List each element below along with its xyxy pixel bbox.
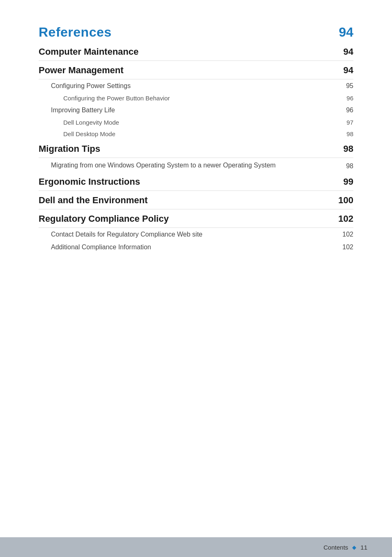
toc-entry-ergonomic-instructions: Ergonomic Instructions 99 [39, 172, 353, 191]
toc-label: Configuring Power Settings [51, 82, 131, 90]
toc-entry-dell-environment: Dell and the Environment 100 [39, 191, 353, 209]
toc-entry-configuring-power-settings: Configuring Power Settings 95 [39, 79, 353, 92]
toc-label: Migration Tips [39, 144, 100, 154]
footer-diamond: ◆ [352, 544, 356, 550]
section-title: References [39, 25, 112, 40]
toc-label: Dell Desktop Mode [63, 130, 115, 137]
toc-entry-configuring-power-button: Configuring the Power Button Behavior 96 [39, 92, 353, 104]
toc-label: Configuring the Power Button Behavior [63, 95, 170, 102]
toc-label: Dell Longevity Mode [63, 119, 119, 126]
toc-page: 102 [338, 214, 353, 224]
toc-page: 98 [344, 144, 353, 154]
toc-label: Dell and the Environment [39, 195, 148, 206]
toc-page: 94 [344, 65, 353, 76]
section-title-page: 94 [339, 25, 353, 40]
toc-page: 100 [338, 195, 353, 206]
toc-page: 97 [346, 119, 353, 126]
toc-label: Migrating from one Windows Operating Sys… [51, 161, 276, 170]
toc-page: 94 [344, 46, 353, 57]
toc-page: 98 [338, 162, 353, 170]
toc-page: 102 [342, 244, 353, 251]
toc-entry-power-management: Power Management 94 [39, 61, 353, 79]
toc-entry-improving-battery-life: Improving Battery Life 96 [39, 104, 353, 116]
toc-entry-dell-desktop-mode: Dell Desktop Mode 98 [39, 128, 353, 139]
section-header: References 94 [39, 25, 353, 40]
toc-entry-regulatory-compliance: Regulatory Compliance Policy 102 [39, 209, 353, 228]
footer-label: Contents [323, 544, 348, 551]
toc-label: Regulatory Compliance Policy [39, 214, 169, 224]
page-content: References 94 Computer Maintenance 94 Po… [0, 0, 392, 278]
toc-label: Contact Details for Regulatory Complianc… [51, 231, 203, 238]
toc-entry-migrating-windows: Migrating from one Windows Operating Sys… [39, 158, 353, 172]
toc-page: 98 [346, 130, 353, 137]
toc-label: Power Management [39, 65, 124, 76]
toc-entry-dell-longevity-mode: Dell Longevity Mode 97 [39, 116, 353, 128]
toc-entry-additional-compliance: Additional Compliance Information 102 [39, 241, 353, 253]
toc-entry-contact-details: Contact Details for Regulatory Complianc… [39, 228, 353, 241]
toc-label: Additional Compliance Information [51, 244, 151, 251]
page-footer: Contents ◆ 11 [0, 537, 392, 557]
toc-page: 96 [346, 95, 353, 102]
toc-entry-computer-maintenance: Computer Maintenance 94 [39, 42, 353, 61]
toc-entry-migration-tips: Migration Tips 98 [39, 139, 353, 158]
toc-page: 96 [346, 107, 353, 114]
footer-page: 11 [360, 544, 367, 551]
footer-text: Contents ◆ 11 [323, 544, 367, 551]
toc-page: 99 [344, 176, 353, 187]
toc-label: Improving Battery Life [51, 107, 115, 114]
toc-page: 102 [342, 231, 353, 238]
toc-page: 95 [346, 82, 353, 90]
toc-label: Ergonomic Instructions [39, 176, 140, 187]
toc-label: Computer Maintenance [39, 46, 138, 57]
